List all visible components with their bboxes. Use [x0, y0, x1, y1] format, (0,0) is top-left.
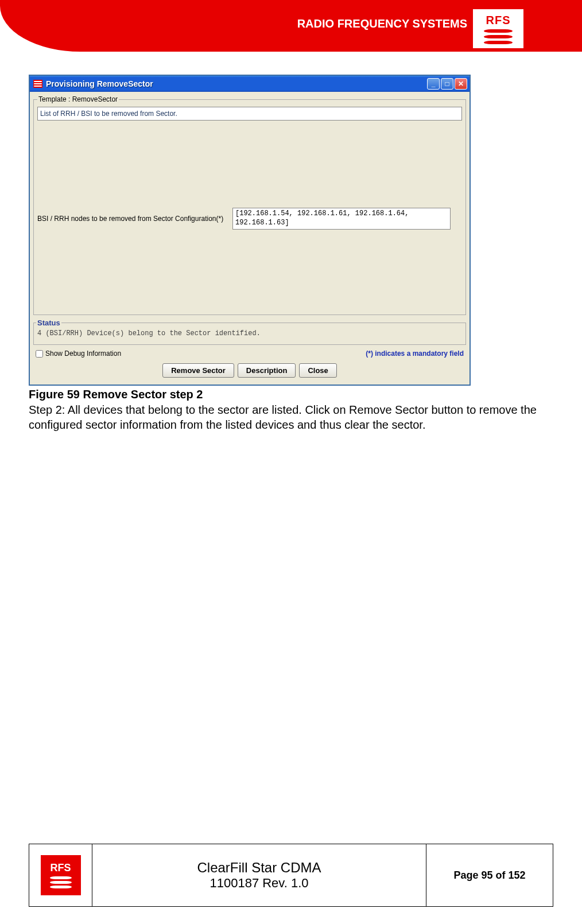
close-window-button[interactable]: ✕ — [455, 78, 467, 90]
app-icon — [33, 80, 42, 88]
document-header: RADIO FREQUENCY SYSTEMS RFS — [0, 0, 582, 63]
description-button[interactable]: Description — [238, 363, 296, 378]
status-legend: Status — [36, 319, 61, 327]
rfs-logo: RFS — [472, 8, 525, 49]
logo-text: RFS — [486, 14, 511, 27]
wave-icon — [484, 29, 513, 44]
titlebar[interactable]: Provisioning RemoveSector _ □ ✕ — [30, 76, 470, 92]
mandatory-note: (*) indicates a mandatory field — [366, 350, 464, 358]
template-legend: Template : RemoveSector — [37, 95, 119, 103]
window-title: Provisioning RemoveSector — [46, 79, 427, 88]
maximize-button[interactable]: □ — [441, 78, 453, 90]
nodes-label: BSI / RRH nodes to be removed from Secto… — [37, 215, 227, 223]
template-group: Template : RemoveSector List of RRH / BS… — [33, 95, 466, 315]
close-button[interactable]: Close — [299, 363, 336, 378]
status-group: Status 4 (BSI/RRH) Device(s) belong to t… — [33, 319, 466, 345]
list-box[interactable]: List of RRH / BSI to be removed from Sec… — [37, 107, 462, 121]
step-text: Step 2: All devices that belong to the s… — [29, 402, 553, 432]
debug-label: Show Debug Information — [45, 350, 121, 358]
remove-sector-button[interactable]: Remove Sector — [162, 363, 234, 378]
ip-list-field[interactable]: [192.168.1.54, 192.168.1.61, 192.168.1.6… — [232, 208, 451, 229]
app-window: Provisioning RemoveSector _ □ ✕ Template… — [29, 75, 471, 386]
status-text: 4 (BSI/RRH) Device(s) belong to the Sect… — [34, 327, 465, 344]
minimize-button[interactable]: _ — [427, 78, 440, 90]
company-name: RADIO FREQUENCY SYSTEMS — [297, 17, 467, 30]
list-label: List of RRH / BSI to be removed from Sec… — [40, 110, 177, 118]
debug-checkbox[interactable] — [36, 350, 43, 358]
figure-caption: Figure 59 Remove Sector step 2 — [29, 388, 553, 401]
